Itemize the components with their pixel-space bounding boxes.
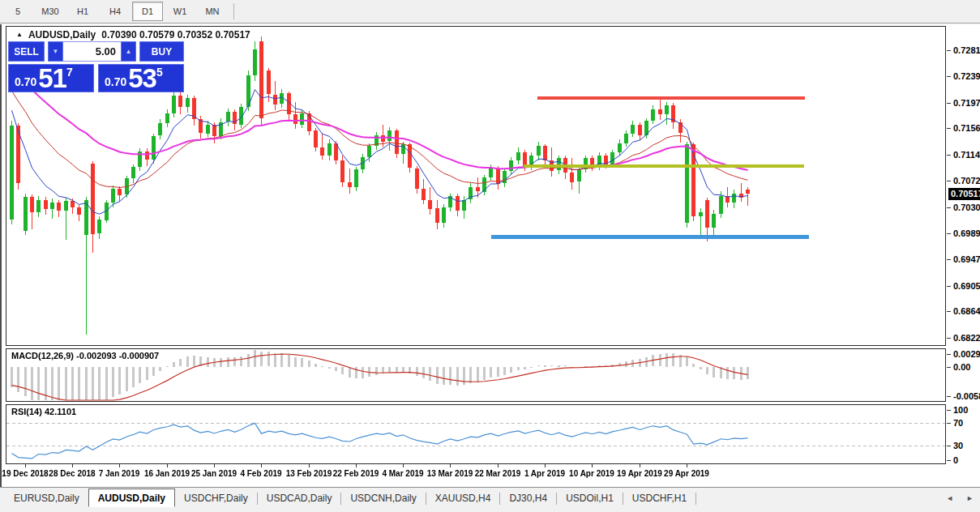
- chart-window: ▲ AUDUSD,Daily 0.70390 0.70579 0.70352 0…: [0, 24, 980, 487]
- macd-tick-label: -0.005825: [953, 390, 980, 402]
- axis-tick: [545, 464, 546, 467]
- chart-ohlc-values: 0.70390 0.70579 0.70352 0.70517: [101, 29, 250, 41]
- buy-price-sup: 5: [156, 66, 163, 79]
- axis-tick: [947, 259, 951, 260]
- axis-tick: [947, 128, 951, 129]
- axis-tick: [640, 464, 640, 467]
- tab-xauusd-h4[interactable]: XAUUSD,H4: [426, 489, 500, 506]
- rsi-tick-label: 100: [953, 404, 968, 416]
- current-price-tag: 0.70517: [948, 188, 980, 200]
- axis-tick: [450, 464, 451, 467]
- axis-tick: [167, 464, 168, 467]
- axis-tick: [947, 410, 951, 411]
- rsi-label: RSI(14) 42.1101: [11, 407, 76, 416]
- price-tick-label: 0.72390: [953, 70, 980, 82]
- tab-usdchf-daily[interactable]: USDCHF,Daily: [175, 489, 257, 506]
- date-tick-label: 29 Apr 2019: [653, 469, 721, 478]
- tab-dj30-h4[interactable]: DJ30,H4: [500, 489, 556, 506]
- axis-tick: [356, 464, 357, 467]
- buy-price-big: 53: [128, 66, 156, 91]
- axis-tick: [947, 207, 951, 208]
- price-tick-label: 0.68640: [953, 305, 980, 317]
- macd-label: MACD(12,26,9) -0.002093 -0.000907: [11, 351, 159, 361]
- price-tick-label: 0.72810: [953, 45, 980, 56]
- rsi-tick-label: 30: [953, 440, 963, 451]
- chart-symbol-label: AUDUSD,Daily: [28, 29, 96, 41]
- volume-decrease-button[interactable]: ▼: [48, 41, 63, 62]
- chart-title: ▲ AUDUSD,Daily 0.70390 0.70579 0.70352 0…: [16, 29, 250, 41]
- timeframe-button-d1[interactable]: D1: [132, 2, 163, 21]
- rsi-canvas[interactable]: [6, 405, 945, 463]
- axis-tick: [947, 50, 951, 51]
- buy-button[interactable]: BUY: [139, 41, 184, 62]
- timeframe-button-mn[interactable]: MN: [197, 2, 228, 21]
- timeframe-toolbar: 5M30H1H4D1W1MN: [0, 0, 980, 23]
- axis-tick: [72, 464, 73, 467]
- axis-tick: [947, 181, 951, 181]
- chart-tab-bar: EURUSD,DailyAUDUSD,DailyUSDCHF,DailyUSDC…: [0, 487, 980, 512]
- axis-tick: [947, 233, 951, 234]
- axis-tick: [947, 446, 951, 446]
- price-tick-label: 0.71970: [953, 97, 980, 109]
- tab-usdchf-h1[interactable]: USDCHF,H1: [623, 489, 695, 506]
- axis-tick: [947, 286, 951, 287]
- price-tick-label: 0.71140: [953, 149, 980, 160]
- axis-tick: [214, 464, 215, 467]
- axis-tick: [403, 464, 404, 467]
- price-tick-label: 0.70720: [953, 175, 980, 186]
- axis-tick: [947, 354, 951, 355]
- rsi-tick-label: 0: [953, 454, 958, 466]
- price-tick-label: 0.69890: [953, 228, 980, 239]
- sell-button[interactable]: SELL: [8, 41, 45, 62]
- price-tick-label: 0.69470: [953, 254, 980, 265]
- macd-tick-label: 0.00: [953, 361, 970, 373]
- price-tick-label: 0.68220: [953, 332, 980, 343]
- price-tick-label: 0.69050: [953, 280, 980, 292]
- axis-tick: [947, 76, 951, 77]
- sell-price-big: 51: [38, 66, 66, 91]
- axis-tick: [947, 338, 951, 339]
- tab-usdoil-h1[interactable]: USDOil,H1: [557, 489, 623, 506]
- sell-price-frac: 0.70: [15, 75, 36, 88]
- toolbar-separator: [233, 3, 234, 19]
- axis-tick: [309, 464, 310, 467]
- axis-tick: [261, 464, 262, 467]
- axis-tick: [119, 464, 120, 467]
- sell-price-box[interactable]: 0.70 51 7: [8, 64, 94, 92]
- axis-tick: [687, 464, 687, 467]
- rsi-panel: [6, 404, 946, 464]
- axis-tick: [592, 464, 593, 467]
- timeframe-button-m30[interactable]: M30: [35, 2, 66, 21]
- axis-tick: [947, 103, 951, 104]
- tab-usdcnh-daily[interactable]: USDCNH,Daily: [341, 489, 425, 506]
- one-click-trading-panel: SELL ▼ ▲ BUY 0.70 51 7 0.70 53 5: [8, 41, 184, 92]
- timeframe-button-w1[interactable]: W1: [165, 2, 195, 21]
- timeframe-button-h1[interactable]: H1: [67, 2, 98, 21]
- tab-audusd-daily[interactable]: AUDUSD,Daily: [88, 489, 175, 507]
- axis-tick: [498, 464, 499, 467]
- collapse-triangle-icon[interactable]: ▲: [16, 31, 23, 38]
- volume-input[interactable]: [63, 41, 121, 62]
- timeframe-button-5[interactable]: 5: [2, 2, 33, 21]
- axis-tick: [947, 423, 951, 424]
- volume-increase-button[interactable]: ▲: [121, 41, 136, 62]
- axis-tick: [947, 367, 951, 368]
- axis-tick: [947, 396, 951, 397]
- buy-price-box[interactable]: 0.70 53 5: [98, 64, 184, 92]
- tab-eurusd-daily[interactable]: EURUSD,Daily: [5, 489, 88, 506]
- sell-price-sup: 7: [66, 66, 73, 79]
- tab-scroll-right-button[interactable]: ►: [966, 494, 974, 502]
- mt4-terminal: { "toolbar": { "timeframes": [ {"label":…: [0, 0, 980, 512]
- macd-tick-label: 0.002957: [953, 348, 980, 360]
- axis-tick: [947, 460, 951, 461]
- timeframe-button-h4[interactable]: H4: [100, 2, 131, 21]
- tab-scroll-left-button[interactable]: ◄: [946, 494, 953, 502]
- price-tick-label: 0.70300: [953, 202, 980, 213]
- buy-price-frac: 0.70: [105, 75, 126, 88]
- rsi-tick-label: 70: [953, 417, 963, 429]
- tab-usdcad-daily[interactable]: USDCAD,Daily: [258, 489, 341, 506]
- axis-tick: [25, 464, 26, 467]
- axis-tick: [947, 311, 951, 312]
- axis-tick: [947, 155, 951, 156]
- tab-separator: [695, 493, 696, 505]
